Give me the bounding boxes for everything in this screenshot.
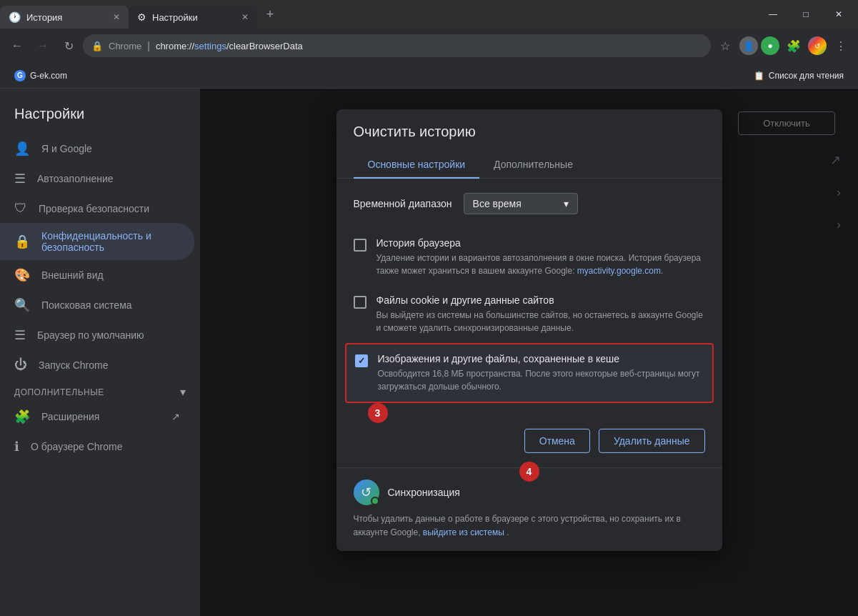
history-link[interactable]: myactivity.google.com — [577, 266, 661, 276]
sidebar-section-advanced: Дополнительные ▾ — [0, 379, 200, 402]
delete-button[interactable]: Удалить данные — [599, 429, 705, 453]
sidebar-item-you-google[interactable]: 👤 Я и Google — [0, 134, 194, 164]
history-tab-icon: 🕐 — [9, 11, 21, 23]
settings-tab-label: Настройки — [152, 12, 198, 23]
window-controls: — □ ✕ — [754, 0, 858, 29]
sidebar-title: Настройки — [0, 100, 200, 134]
sidebar-item-search[interactable]: 🔍 Поисковая система — [0, 290, 194, 320]
sync-status-dot — [371, 497, 379, 505]
autofill-label: Автозаполнение — [37, 173, 114, 184]
gek-label: G-ek.com — [30, 71, 67, 81]
checkbox-item-history: История браузера Удаление истории и вари… — [354, 229, 705, 286]
cache-content: Изображения и другие файлы, сохраненные … — [378, 353, 704, 393]
cookies-content: Файлы cookie и другие данные сайтов Вы в… — [376, 294, 705, 334]
dialog-tab-basic[interactable]: Основные настройки — [354, 151, 480, 179]
bookmark-button[interactable]: ☆ — [714, 34, 737, 57]
browser-window: 🕐 История ✕ ⚙ Настройки ✕ + — □ ✕ ← → ↻ … — [0, 0, 858, 616]
sidebar-item-extensions[interactable]: 🧩 Расширения ↗ — [0, 402, 194, 432]
checkbox-item-cookies: Файлы cookie и другие данные сайтов Вы в… — [354, 286, 705, 343]
sidebar-item-security[interactable]: 🛡 Проверка безопасности — [0, 194, 194, 223]
cookies-title: Файлы cookie и другие данные сайтов — [376, 294, 705, 306]
time-range-value: Все время — [473, 198, 522, 209]
lock-icon: 🔒 — [91, 41, 103, 51]
appearance-icon: 🎨 — [14, 267, 30, 283]
extensions-label: Расширения — [41, 411, 99, 422]
dialog-footer: 4 Отмена Удалить данные — [336, 417, 722, 467]
sync-logout-link[interactable]: выйдите из системы — [423, 527, 504, 537]
close-button[interactable]: ✕ — [822, 0, 855, 29]
extensions-button[interactable]: 🧩 — [782, 34, 805, 57]
reading-list-icon: 📋 — [754, 71, 764, 81]
content-area: Отключить ↗ › › Очистить историю Осно — [200, 89, 858, 616]
about-icon: ℹ — [14, 439, 19, 454]
appearance-label: Внешний вид — [41, 269, 104, 281]
tab-history[interactable]: 🕐 История ✕ — [0, 6, 129, 29]
sync-desc: Чтобы удалить данные о работе в браузере… — [354, 512, 705, 540]
settings-tab-close[interactable]: ✕ — [241, 12, 249, 22]
checkbox-item-cache: Изображения и другие файлы, сохраненные … — [345, 343, 714, 403]
history-tab-close[interactable]: ✕ — [113, 12, 120, 22]
sidebar-item-privacy[interactable]: 🔒 Конфиденциальность и безопасность — [0, 223, 194, 260]
forward-button[interactable]: → — [31, 34, 54, 57]
reading-list-label: Список для чтения — [769, 71, 844, 81]
browser-default-icon: ☰ — [14, 327, 26, 343]
history-tab-label: История — [26, 12, 62, 23]
cancel-button[interactable]: Отмена — [524, 429, 590, 453]
you-google-label: Я и Google — [41, 143, 92, 154]
startup-icon: ⏻ — [14, 357, 27, 372]
time-range-arrow: ▾ — [564, 198, 569, 209]
time-range-label: Временной диапазон — [354, 198, 452, 209]
sidebar-item-autofill[interactable]: ☰ Автозаполнение — [0, 164, 194, 194]
sidebar-item-browser-default[interactable]: ☰ Браузер по умолчанию — [0, 320, 194, 350]
reload-button[interactable]: ↻ — [57, 34, 80, 57]
advanced-chevron[interactable]: ▾ — [180, 385, 186, 399]
reading-list-button[interactable]: 📋 Список для чтения — [748, 68, 849, 84]
history-content: История браузера Удаление истории и вари… — [376, 237, 705, 277]
minimize-button[interactable]: — — [757, 0, 789, 29]
sidebar-item-about[interactable]: ℹ О браузере Chrome — [0, 432, 194, 462]
sync-name: Синхронизация — [388, 487, 460, 498]
about-label: О браузере Chrome — [31, 441, 123, 452]
checkbox-cache[interactable] — [355, 354, 368, 367]
search-label: Поисковая система — [41, 299, 132, 311]
dialog-tabs: Основные настройки Дополнительные — [336, 151, 722, 179]
dialog-body: Временной диапазон Все время ▾ История б… — [336, 179, 722, 417]
back-button[interactable]: ← — [6, 34, 29, 57]
dialog-tab-advanced[interactable]: Дополнительные — [479, 151, 587, 179]
dialog-title: Очистить историю — [336, 109, 722, 151]
maximize-button[interactable]: □ — [789, 0, 822, 29]
address-url: chrome://settings/clearBrowserData — [156, 41, 303, 51]
sidebar-item-appearance[interactable]: 🎨 Внешний вид — [0, 260, 194, 290]
extensions-external-icon: ↗ — [171, 411, 180, 422]
annotation-badge-4: 4 — [519, 462, 539, 482]
sidebar: Настройки 👤 Я и Google ☰ Автозаполнение … — [0, 89, 200, 616]
checkbox-cookies[interactable] — [354, 296, 366, 309]
bookmarks-bar: G G-ek.com 📋 Список для чтения — [0, 63, 858, 89]
sync-avatar: ↺ — [354, 480, 379, 505]
tab-settings[interactable]: ⚙ Настройки ✕ — [129, 6, 257, 29]
search-icon: 🔍 — [14, 297, 30, 313]
bookmark-gek[interactable]: G G-ek.com — [9, 67, 73, 84]
time-range-select[interactable]: Все время ▾ — [464, 193, 578, 214]
update-indicator[interactable]: ● — [761, 36, 779, 55]
time-range-row: Временной диапазон Все время ▾ — [354, 193, 705, 214]
startup-label: Запуск Chrome — [39, 359, 108, 371]
main-area: Настройки 👤 Я и Google ☰ Автозаполнение … — [0, 89, 858, 616]
you-google-icon: 👤 — [14, 141, 30, 157]
address-bar[interactable]: 🔒 Chrome | chrome://settings/clearBrowse… — [83, 34, 711, 57]
browser-default-label: Браузер по умолчанию — [37, 329, 144, 341]
history-desc: Удаление истории и вариантов автозаполне… — [376, 252, 705, 277]
sync-header: ↺ Синхронизация — [354, 480, 705, 505]
address-separator: | — [147, 40, 150, 51]
sidebar-item-startup[interactable]: ⏻ Запуск Chrome — [0, 350, 194, 379]
more-button[interactable]: ⋮ — [829, 34, 852, 57]
settings-tab-icon: ⚙ — [137, 11, 146, 23]
new-tab-button[interactable]: + — [260, 4, 280, 24]
autofill-icon: ☰ — [14, 171, 26, 187]
chrome-icon[interactable]: ↺ — [808, 36, 827, 55]
gek-favicon: G — [14, 70, 26, 81]
history-title: История браузера — [376, 237, 705, 249]
checkbox-history[interactable] — [354, 239, 366, 252]
security-label: Проверка безопасности — [39, 203, 149, 214]
profile-button[interactable]: 👤 — [739, 36, 758, 55]
